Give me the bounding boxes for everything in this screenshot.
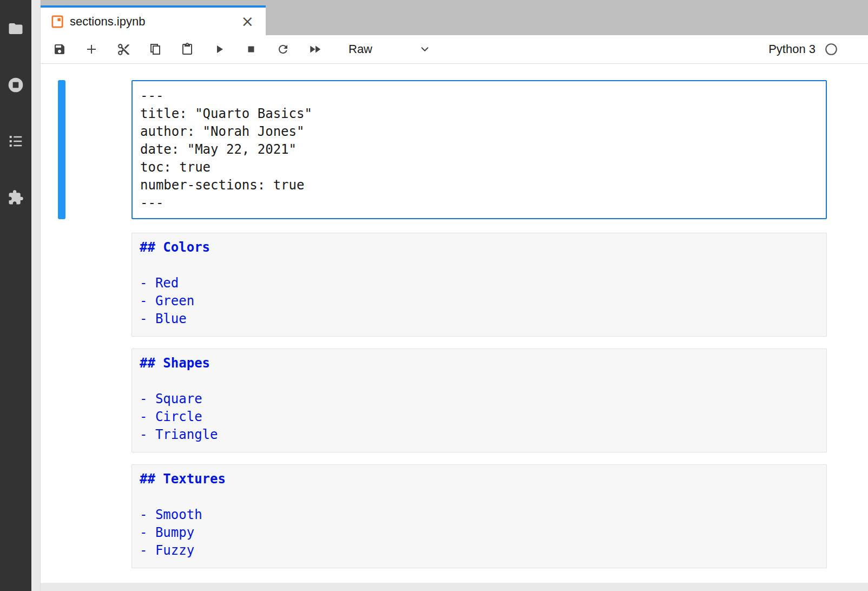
running-kernels-icon [7,76,24,94]
sidebar-item-extensions[interactable] [0,188,31,207]
code-line: date: "May 22, 2021" [140,141,818,159]
code-line: --- [140,87,818,105]
markdown-list-item: - Fuzzy [140,542,819,560]
sidebar-item-running[interactable] [0,76,31,94]
code-line: toc: true [140,159,818,176]
tab-sections-ipynb[interactable]: sections.ipynb × [41,5,266,35]
copy-cells-button[interactable] [143,38,168,61]
markdown-cell-colors[interactable]: ## Colors - Red - Green - Blue [131,233,827,337]
stop-icon [245,43,257,55]
markdown-list-item: - Bumpy [140,524,819,542]
save-button[interactable] [47,38,72,61]
raw-cell-yaml-frontmatter[interactable]: --- title: "Quarto Basics" author: "Nora… [131,80,827,219]
close-icon[interactable]: × [238,14,257,29]
markdown-list-item: - Red [140,274,819,292]
cell-type-value: Raw [348,42,372,56]
markdown-heading: ## Shapes [140,354,819,372]
markdown-cell-shapes[interactable]: ## Shapes - Square - Circle - Triangle [131,349,827,452]
tab-title: sections.ipynb [70,15,238,29]
code-line: --- [140,194,818,212]
folder-icon [8,21,24,37]
markdown-list-item: - Smooth [140,506,819,524]
restart-kernel-button[interactable] [271,38,295,61]
sidebar-item-files[interactable] [0,19,31,38]
markdown-list-item: - Green [140,292,819,310]
markdown-heading: ## Textures [140,470,819,488]
markdown-cell-textures[interactable]: ## Textures - Smooth - Bumpy - Fuzzy [131,464,827,568]
tab-bar: sections.ipynb × [41,0,868,35]
save-icon [53,43,66,56]
left-activity-bar [0,0,31,591]
scissors-icon [117,43,130,56]
bottom-strip [41,583,868,591]
notebook-scroll-area[interactable]: --- title: "Quarto Basics" author: "Nora… [41,64,868,583]
markdown-list-item: - Circle [140,408,819,426]
plus-icon [85,43,98,56]
code-line: title: "Quarto Basics" [140,105,818,123]
chevron-down-icon [419,43,431,55]
notebook-toolbar: Raw Python 3 [41,35,868,64]
kernel-status-icon[interactable] [824,42,838,56]
markdown-list-item: - Square [140,390,819,408]
insert-cell-button[interactable] [79,38,104,61]
interrupt-kernel-button[interactable] [239,38,264,61]
copy-icon [149,43,162,56]
code-line: author: "Norah Jones" [140,123,818,141]
cell-type-dropdown[interactable]: Raw [348,42,431,56]
selected-cell-indicator[interactable] [58,80,65,219]
cut-cells-button[interactable] [111,38,136,61]
collapsed-sidebar-strip [31,0,41,591]
run-cell-button[interactable] [207,38,232,61]
markdown-list-item: - Triangle [140,426,819,444]
main-area: sections.ipynb × [41,0,868,591]
markdown-list-item: - Blue [140,310,819,328]
code-line: number-sections: true [140,176,818,194]
run-icon [213,43,226,56]
sidebar-item-toc[interactable] [0,132,31,150]
table-of-contents-icon [8,133,24,149]
puzzle-extensions-icon [8,189,24,206]
fast-forward-icon [308,42,322,56]
paste-cells-button[interactable] [175,38,200,61]
notebook-file-icon [51,15,63,29]
restart-icon [277,43,290,56]
clipboard-paste-icon [181,43,194,56]
markdown-heading: ## Colors [140,239,819,257]
kernel-name[interactable]: Python 3 [768,42,816,56]
run-all-cells-button[interactable] [303,38,327,61]
